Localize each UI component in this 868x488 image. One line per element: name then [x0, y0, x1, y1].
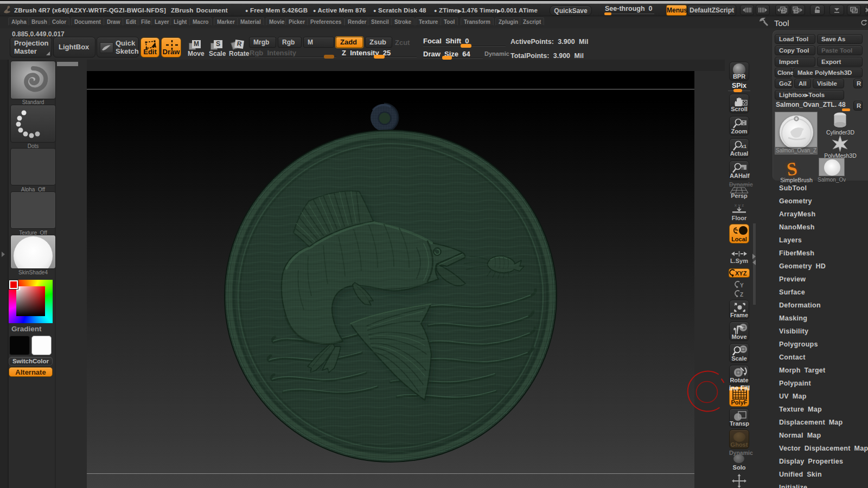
svg-text:x1: x1: [741, 144, 746, 149]
svg-text:Z: Z: [740, 292, 743, 297]
svg-text:Y: Y: [740, 282, 744, 288]
svg-text:XYZ: XYZ: [735, 270, 747, 277]
